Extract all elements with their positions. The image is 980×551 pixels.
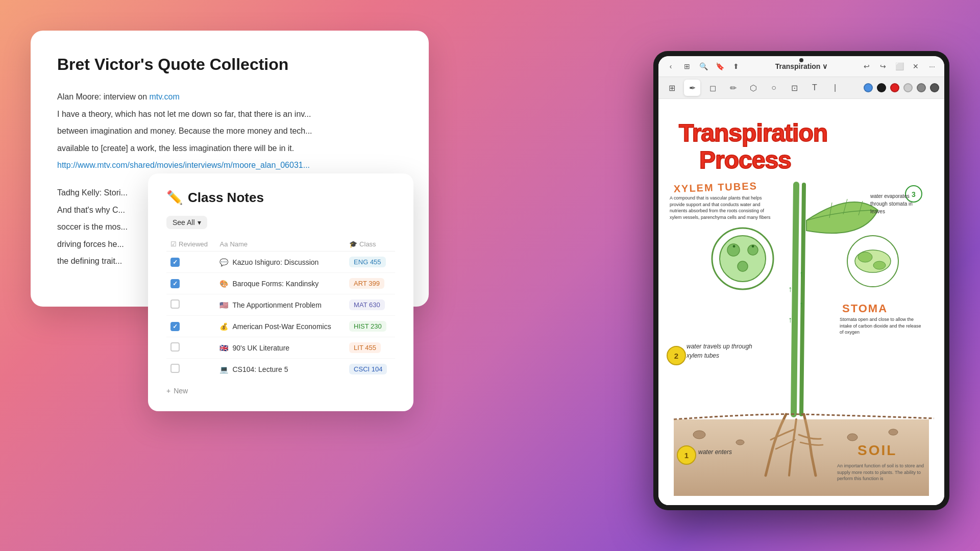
table-row: 🇺🇸 The Apportionment Problem MAT 630 xyxy=(166,294,395,316)
black-color-dot[interactable] xyxy=(877,83,886,92)
marker-tool-button[interactable]: | xyxy=(827,80,843,96)
pencil-tool-button[interactable]: ✏ xyxy=(725,80,741,96)
mtv-link[interactable]: mtv.com xyxy=(150,92,180,101)
name-cell: 💬 Kazuo Ishiguro: Discussion xyxy=(215,252,345,273)
class-cell: ART 399 xyxy=(345,273,395,294)
svg-text:↑: ↑ xyxy=(788,315,792,324)
see-all-button[interactable]: See All ▾ xyxy=(166,216,207,229)
checkbox-icon: ☑ xyxy=(170,240,177,248)
reviewed-cell[interactable] xyxy=(166,359,215,380)
more-button[interactable]: ··· xyxy=(925,59,939,73)
reviewed-cell[interactable] xyxy=(166,273,215,294)
notes-title: ✏️ Class Notes xyxy=(166,190,395,206)
svg-text:↑: ↑ xyxy=(788,285,792,293)
notes-table-body: 💬 Kazuo Ishiguro: Discussion ENG 455 🎨 B… xyxy=(166,252,395,380)
moore-quote-1: I have a theory, which has not let me do… xyxy=(57,108,402,121)
row3-checkbox[interactable] xyxy=(170,299,180,309)
reviewed-cell[interactable] xyxy=(166,252,215,273)
name-cell: 💻 CS104: Lecture 5 xyxy=(215,359,345,380)
lasso-tool-button[interactable]: ⬡ xyxy=(745,80,762,96)
class-cell: ENG 455 xyxy=(345,252,395,273)
svg-text:Process: Process xyxy=(699,146,791,173)
name-cell: 💰 American Post-War Economics xyxy=(215,316,345,337)
svg-line-3 xyxy=(794,185,796,414)
document-title: Transpiration ∨ xyxy=(746,62,856,70)
chevron-down-icon: ▾ xyxy=(198,218,201,227)
row2-emoji: 🎨 xyxy=(219,280,228,288)
row1-emoji: 💬 xyxy=(219,258,228,266)
name-cell: 🇬🇧 90's UK Literature xyxy=(215,337,345,359)
line-color-dot[interactable] xyxy=(903,83,913,92)
back-nav-button[interactable]: ‹ xyxy=(664,59,678,73)
drawing-canvas[interactable]: Transpiration Process XYLEM TUBES A comp… xyxy=(658,99,944,505)
row5-checkbox[interactable] xyxy=(170,342,180,352)
reviewed-cell[interactable] xyxy=(166,337,215,359)
aa-icon: Aa xyxy=(219,240,228,248)
undo-button[interactable]: ↩ xyxy=(860,59,874,73)
class-notes-card: ✏️ Class Notes See All ▾ ☑ Reviewed Aa N… xyxy=(148,173,413,411)
class-icon: 🎓 xyxy=(349,240,357,248)
row6-emoji: 💻 xyxy=(219,365,228,373)
close-button[interactable]: ✕ xyxy=(909,59,923,73)
row3-emoji: 🇺🇸 xyxy=(219,301,228,309)
plus-icon: + xyxy=(166,387,170,395)
redo-button[interactable]: ↪ xyxy=(876,59,890,73)
name-cell: 🇺🇸 The Apportionment Problem xyxy=(215,294,345,316)
table-row: 💻 CS104: Lecture 5 CSCI 104 xyxy=(166,359,395,380)
camera xyxy=(799,58,803,62)
dark-color-dot[interactable] xyxy=(930,83,939,92)
row1-checkbox[interactable] xyxy=(170,258,180,267)
moore-full-link[interactable]: http://www.mtv.com/shared/movies/intervi… xyxy=(57,161,310,169)
svg-text:XYLEM TUBES: XYLEM TUBES xyxy=(673,180,757,194)
reviewed-cell[interactable] xyxy=(166,316,215,337)
class-cell: LIT 455 xyxy=(345,337,395,359)
ipad-screen: ‹ ⊞ 🔍 🔖 ⬆ Transpiration ∨ ↩ ↪ ⬜ ✕ ··· xyxy=(658,56,944,505)
pen-tool-button[interactable]: ✒ xyxy=(684,80,700,96)
table-header-row: ☑ Reviewed Aa Name 🎓 Class xyxy=(166,237,395,252)
shape-tool-button[interactable]: ○ xyxy=(766,80,782,96)
row4-emoji: 💰 xyxy=(219,322,228,331)
nav-buttons: ‹ ⊞ 🔍 🔖 ⬆ xyxy=(664,59,743,73)
red-color-dot[interactable] xyxy=(890,83,899,92)
bookmark-button[interactable]: 🔖 xyxy=(713,59,727,73)
svg-point-29 xyxy=(889,429,898,435)
reviewed-cell[interactable] xyxy=(166,294,215,316)
row5-emoji: 🇬🇧 xyxy=(219,344,228,352)
search-button[interactable]: 🔍 xyxy=(696,59,710,73)
svg-point-28 xyxy=(847,434,857,441)
svg-text:↑: ↑ xyxy=(799,269,803,278)
grid-view-button[interactable]: ⊞ xyxy=(680,59,694,73)
row2-badge: ART 399 xyxy=(349,278,384,289)
ipad-device: ‹ ⊞ 🔍 🔖 ⬆ Transpiration ∨ ↩ ↪ ⬜ ✕ ··· xyxy=(653,51,949,510)
gray-color-dot[interactable] xyxy=(917,83,926,92)
new-note-button[interactable]: + New xyxy=(166,387,395,395)
name-cell: 🎨 Baroque Forms: Kandinsky xyxy=(215,273,345,294)
photo-tool-button[interactable]: ⊡ xyxy=(786,80,802,96)
svg-point-26 xyxy=(693,431,705,439)
pencil-emoji: ✏️ xyxy=(166,190,183,206)
see-all-label: See All xyxy=(173,218,195,227)
svg-line-4 xyxy=(801,185,804,414)
row4-checkbox[interactable] xyxy=(170,322,180,331)
table-row: 🇬🇧 90's UK Literature LIT 455 xyxy=(166,337,395,359)
quote-section-moore: Alan Moore: interview on mtv.com I have … xyxy=(57,90,402,172)
text-tool-button[interactable]: T xyxy=(806,80,823,96)
row4-badge: HIST 230 xyxy=(349,321,386,332)
sidebar-toggle-button[interactable]: ⊞ xyxy=(664,80,680,96)
class-cell: MAT 630 xyxy=(345,294,395,316)
title-chevron: ∨ xyxy=(822,62,827,70)
svg-point-10 xyxy=(720,236,766,282)
blue-color-dot[interactable] xyxy=(864,83,873,92)
export-button[interactable]: ⬜ xyxy=(892,59,906,73)
svg-text:2: 2 xyxy=(674,352,678,360)
col-name: Aa Name xyxy=(215,237,345,252)
class-cell: CSCI 104 xyxy=(345,359,395,380)
row2-checkbox[interactable] xyxy=(170,279,180,288)
moore-author-line: Alan Moore: interview on mtv.com xyxy=(57,90,402,104)
svg-point-19 xyxy=(873,261,886,269)
eraser-tool-button[interactable]: ◻ xyxy=(704,80,721,96)
row6-badge: CSCI 104 xyxy=(349,364,387,374)
share-button[interactable]: ⬆ xyxy=(729,59,743,73)
svg-text:SOIL: SOIL xyxy=(857,442,897,458)
row6-checkbox[interactable] xyxy=(170,364,180,373)
